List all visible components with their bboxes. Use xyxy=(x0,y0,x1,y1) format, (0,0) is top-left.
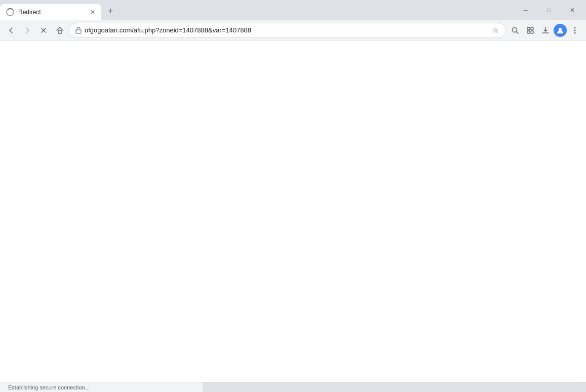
close-button[interactable]: ✕ xyxy=(561,2,584,18)
home-button[interactable] xyxy=(53,23,67,37)
extensions-icon xyxy=(526,26,534,34)
address-bar[interactable]: ofgogoatan.com/afu.php?zoneid=1407888&va… xyxy=(69,23,506,38)
toolbar-right xyxy=(508,23,582,37)
profile-button[interactable] xyxy=(554,24,567,37)
svg-point-12 xyxy=(574,29,576,31)
menu-button[interactable] xyxy=(568,23,582,37)
active-tab[interactable]: Redirect ✕ xyxy=(0,4,101,20)
back-button[interactable] xyxy=(4,23,18,37)
maximize-button[interactable]: □ xyxy=(537,2,561,18)
bookmark-button[interactable]: ☆ xyxy=(489,24,501,36)
toolbar: ofgogoatan.com/afu.php?zoneid=1407888&va… xyxy=(0,20,586,41)
status-bar-fill: Establishing secure connection... xyxy=(4,382,199,393)
svg-rect-7 xyxy=(531,27,533,30)
tab-loading-icon xyxy=(6,8,14,16)
home-icon xyxy=(56,26,64,34)
minimize-button[interactable]: ─ xyxy=(514,2,537,18)
zoom-button[interactable] xyxy=(508,23,522,37)
svg-rect-6 xyxy=(527,27,530,30)
profile-icon xyxy=(556,26,564,34)
lock-icon xyxy=(75,27,82,34)
tab-title: Redirect xyxy=(18,9,84,16)
reload-icon xyxy=(40,26,48,34)
download-icon xyxy=(541,26,550,34)
tab-close-button[interactable]: ✕ xyxy=(88,8,97,17)
forward-icon xyxy=(23,26,31,34)
menu-icon xyxy=(574,26,576,34)
back-icon xyxy=(7,26,15,34)
svg-rect-2 xyxy=(58,30,61,33)
status-bar: Establishing secure connection... xyxy=(0,382,203,392)
page-content xyxy=(0,41,586,382)
svg-point-11 xyxy=(574,27,576,28)
title-bar: Redirect ✕ + ─ □ ✕ xyxy=(0,0,586,20)
extensions-button[interactable] xyxy=(523,23,537,37)
tabs-area: Redirect ✕ + xyxy=(0,0,514,20)
status-text: Establishing secure connection... xyxy=(8,384,90,390)
url-text: ofgogoatan.com/afu.php?zoneid=1407888&va… xyxy=(85,26,486,34)
zoom-icon xyxy=(511,26,519,34)
forward-button[interactable] xyxy=(20,23,34,37)
window-controls: ─ □ ✕ xyxy=(514,0,586,20)
svg-rect-8 xyxy=(527,31,530,33)
svg-point-13 xyxy=(574,32,576,33)
new-tab-button[interactable]: + xyxy=(103,4,118,18)
svg-line-5 xyxy=(516,31,518,33)
svg-rect-3 xyxy=(76,30,81,33)
reload-button[interactable] xyxy=(36,23,51,37)
downloads-button[interactable] xyxy=(538,23,553,37)
svg-rect-9 xyxy=(531,31,533,33)
